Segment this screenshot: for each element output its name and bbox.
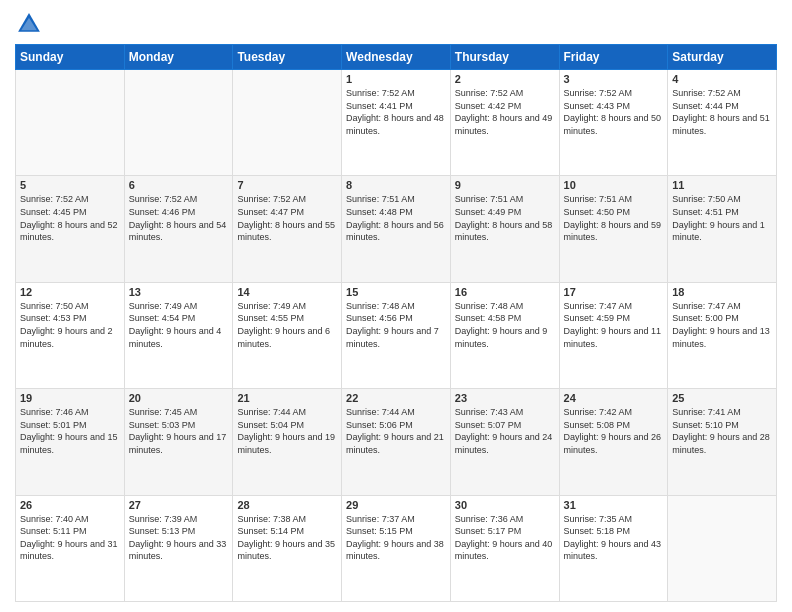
calendar-day-cell: 11Sunrise: 7:50 AMSunset: 4:51 PMDayligh… [668,176,777,282]
day-info: Sunrise: 7:51 AMSunset: 4:48 PMDaylight:… [346,193,446,243]
day-info: Sunrise: 7:51 AMSunset: 4:49 PMDaylight:… [455,193,555,243]
day-number: 3 [564,73,664,85]
calendar-day-cell: 29Sunrise: 7:37 AMSunset: 5:15 PMDayligh… [342,495,451,601]
weekday-header: Friday [559,45,668,70]
day-number: 16 [455,286,555,298]
day-number: 12 [20,286,120,298]
calendar-day-cell: 4Sunrise: 7:52 AMSunset: 4:44 PMDaylight… [668,70,777,176]
calendar-day-cell: 18Sunrise: 7:47 AMSunset: 5:00 PMDayligh… [668,282,777,388]
day-number: 31 [564,499,664,511]
calendar-day-cell [124,70,233,176]
weekday-header: Wednesday [342,45,451,70]
day-info: Sunrise: 7:47 AMSunset: 5:00 PMDaylight:… [672,300,772,350]
calendar-day-cell: 9Sunrise: 7:51 AMSunset: 4:49 PMDaylight… [450,176,559,282]
day-info: Sunrise: 7:52 AMSunset: 4:45 PMDaylight:… [20,193,120,243]
day-number: 4 [672,73,772,85]
day-info: Sunrise: 7:47 AMSunset: 4:59 PMDaylight:… [564,300,664,350]
day-info: Sunrise: 7:39 AMSunset: 5:13 PMDaylight:… [129,513,229,563]
calendar-day-cell: 16Sunrise: 7:48 AMSunset: 4:58 PMDayligh… [450,282,559,388]
day-info: Sunrise: 7:46 AMSunset: 5:01 PMDaylight:… [20,406,120,456]
calendar-day-cell [668,495,777,601]
day-number: 27 [129,499,229,511]
day-number: 24 [564,392,664,404]
calendar-day-cell: 17Sunrise: 7:47 AMSunset: 4:59 PMDayligh… [559,282,668,388]
page: SundayMondayTuesdayWednesdayThursdayFrid… [0,0,792,612]
calendar-day-cell: 19Sunrise: 7:46 AMSunset: 5:01 PMDayligh… [16,389,125,495]
day-info: Sunrise: 7:52 AMSunset: 4:46 PMDaylight:… [129,193,229,243]
day-number: 21 [237,392,337,404]
day-info: Sunrise: 7:49 AMSunset: 4:55 PMDaylight:… [237,300,337,350]
day-info: Sunrise: 7:44 AMSunset: 5:06 PMDaylight:… [346,406,446,456]
calendar-day-cell: 12Sunrise: 7:50 AMSunset: 4:53 PMDayligh… [16,282,125,388]
day-info: Sunrise: 7:44 AMSunset: 5:04 PMDaylight:… [237,406,337,456]
day-info: Sunrise: 7:41 AMSunset: 5:10 PMDaylight:… [672,406,772,456]
calendar-day-cell: 1Sunrise: 7:52 AMSunset: 4:41 PMDaylight… [342,70,451,176]
day-number: 17 [564,286,664,298]
day-number: 20 [129,392,229,404]
day-number: 19 [20,392,120,404]
day-info: Sunrise: 7:40 AMSunset: 5:11 PMDaylight:… [20,513,120,563]
day-number: 25 [672,392,772,404]
calendar-day-cell: 8Sunrise: 7:51 AMSunset: 4:48 PMDaylight… [342,176,451,282]
calendar-day-cell: 14Sunrise: 7:49 AMSunset: 4:55 PMDayligh… [233,282,342,388]
day-number: 29 [346,499,446,511]
weekday-header: Tuesday [233,45,342,70]
logo [15,10,47,38]
calendar-day-cell: 15Sunrise: 7:48 AMSunset: 4:56 PMDayligh… [342,282,451,388]
calendar-day-cell: 21Sunrise: 7:44 AMSunset: 5:04 PMDayligh… [233,389,342,495]
calendar-week-row: 26Sunrise: 7:40 AMSunset: 5:11 PMDayligh… [16,495,777,601]
calendar-day-cell [233,70,342,176]
calendar-day-cell: 20Sunrise: 7:45 AMSunset: 5:03 PMDayligh… [124,389,233,495]
day-info: Sunrise: 7:48 AMSunset: 4:56 PMDaylight:… [346,300,446,350]
day-info: Sunrise: 7:52 AMSunset: 4:43 PMDaylight:… [564,87,664,137]
day-number: 26 [20,499,120,511]
calendar-day-cell: 30Sunrise: 7:36 AMSunset: 5:17 PMDayligh… [450,495,559,601]
day-info: Sunrise: 7:48 AMSunset: 4:58 PMDaylight:… [455,300,555,350]
day-number: 30 [455,499,555,511]
calendar-week-row: 1Sunrise: 7:52 AMSunset: 4:41 PMDaylight… [16,70,777,176]
day-number: 23 [455,392,555,404]
calendar-day-cell [16,70,125,176]
day-number: 6 [129,179,229,191]
day-number: 8 [346,179,446,191]
calendar-day-cell: 31Sunrise: 7:35 AMSunset: 5:18 PMDayligh… [559,495,668,601]
day-info: Sunrise: 7:51 AMSunset: 4:50 PMDaylight:… [564,193,664,243]
day-info: Sunrise: 7:50 AMSunset: 4:51 PMDaylight:… [672,193,772,243]
day-info: Sunrise: 7:50 AMSunset: 4:53 PMDaylight:… [20,300,120,350]
weekday-header: Saturday [668,45,777,70]
day-info: Sunrise: 7:36 AMSunset: 5:17 PMDaylight:… [455,513,555,563]
day-number: 1 [346,73,446,85]
calendar-week-row: 5Sunrise: 7:52 AMSunset: 4:45 PMDaylight… [16,176,777,282]
weekday-header: Monday [124,45,233,70]
calendar-week-row: 12Sunrise: 7:50 AMSunset: 4:53 PMDayligh… [16,282,777,388]
calendar-week-row: 19Sunrise: 7:46 AMSunset: 5:01 PMDayligh… [16,389,777,495]
weekday-header: Thursday [450,45,559,70]
day-info: Sunrise: 7:38 AMSunset: 5:14 PMDaylight:… [237,513,337,563]
day-number: 7 [237,179,337,191]
day-number: 14 [237,286,337,298]
day-number: 28 [237,499,337,511]
day-info: Sunrise: 7:37 AMSunset: 5:15 PMDaylight:… [346,513,446,563]
calendar-day-cell: 22Sunrise: 7:44 AMSunset: 5:06 PMDayligh… [342,389,451,495]
calendar-day-cell: 24Sunrise: 7:42 AMSunset: 5:08 PMDayligh… [559,389,668,495]
day-number: 15 [346,286,446,298]
day-info: Sunrise: 7:52 AMSunset: 4:42 PMDaylight:… [455,87,555,137]
day-number: 2 [455,73,555,85]
day-number: 10 [564,179,664,191]
calendar-day-cell: 26Sunrise: 7:40 AMSunset: 5:11 PMDayligh… [16,495,125,601]
day-info: Sunrise: 7:49 AMSunset: 4:54 PMDaylight:… [129,300,229,350]
calendar-day-cell: 6Sunrise: 7:52 AMSunset: 4:46 PMDaylight… [124,176,233,282]
calendar-day-cell: 25Sunrise: 7:41 AMSunset: 5:10 PMDayligh… [668,389,777,495]
calendar-day-cell: 27Sunrise: 7:39 AMSunset: 5:13 PMDayligh… [124,495,233,601]
day-number: 11 [672,179,772,191]
day-number: 5 [20,179,120,191]
logo-icon [15,10,43,38]
day-number: 22 [346,392,446,404]
calendar-day-cell: 7Sunrise: 7:52 AMSunset: 4:47 PMDaylight… [233,176,342,282]
weekday-header: Sunday [16,45,125,70]
day-number: 13 [129,286,229,298]
calendar-header-row: SundayMondayTuesdayWednesdayThursdayFrid… [16,45,777,70]
day-info: Sunrise: 7:43 AMSunset: 5:07 PMDaylight:… [455,406,555,456]
calendar-day-cell: 28Sunrise: 7:38 AMSunset: 5:14 PMDayligh… [233,495,342,601]
day-info: Sunrise: 7:52 AMSunset: 4:41 PMDaylight:… [346,87,446,137]
